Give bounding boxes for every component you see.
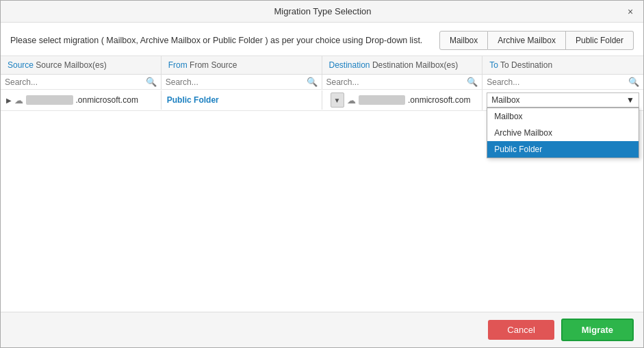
destination-search-cell: 🔍: [322, 75, 483, 89]
source-domain-suffix: .onmicrosoft.com: [76, 95, 138, 105]
to-destination-header: To To Destination: [482, 56, 643, 74]
destination-mailboxes-header: Destination Destination Mailbox(es): [322, 56, 483, 74]
dest-cloud-icon: ☁: [347, 95, 356, 105]
from-source-header: From From Source: [162, 56, 322, 74]
top-bar: Please select migration ( Mailbox, Archi…: [1, 23, 643, 56]
source-domain-blurred: ●●●●●●●: [26, 95, 73, 105]
migration-dialog: Migration Type Selection × Please select…: [0, 0, 644, 348]
from-source-search-icon[interactable]: 🔍: [307, 77, 318, 87]
to-destination-search-input[interactable]: [487, 77, 627, 87]
from-source-cell: Public Folder: [162, 90, 322, 110]
source-search-cell: 🔍: [1, 75, 162, 89]
cancel-button[interactable]: Cancel: [488, 320, 554, 340]
to-destination-search-icon[interactable]: 🔍: [628, 77, 639, 87]
search-row: 🔍 🔍 🔍 🔍: [1, 75, 643, 90]
mailbox-button[interactable]: Mailbox: [439, 31, 488, 50]
dropdown-item-public-folder[interactable]: Public Folder: [487, 141, 639, 158]
source-search-icon[interactable]: 🔍: [146, 77, 157, 87]
dest-domain-blurred: ●●●●●●●: [359, 95, 406, 105]
from-source-search-input[interactable]: [166, 77, 305, 87]
bottom-bar: Cancel Migrate: [1, 312, 643, 347]
close-button[interactable]: ×: [624, 5, 636, 18]
source-mailboxes-header: Source Source Mailbox(es): [1, 56, 162, 74]
select-arrow: ▼: [626, 95, 634, 105]
to-destination-dropdown-container: Mailbox ▼ Mailbox Archive Mailbox Public…: [487, 92, 639, 108]
destination-type-dropdown: Mailbox Archive Mailbox Public Folder: [487, 108, 639, 158]
table-header: Source Source Mailbox(es) From From Sour…: [1, 56, 643, 75]
instruction-label: Please select migration ( Mailbox, Archi…: [10, 36, 422, 45]
source-search-input[interactable]: [5, 77, 144, 87]
title-bar: Migration Type Selection ×: [1, 1, 643, 23]
destination-cell: ▼ ☁ ●●●●●●● .onmicrosoft.com: [322, 90, 483, 110]
public-folder-button[interactable]: Public Folder: [566, 31, 634, 50]
selected-option-label: Mailbox: [491, 95, 519, 105]
table-content: Source Source Mailbox(es) From From Sour…: [1, 56, 643, 312]
source-cell: ▶ ☁ ●●●●●●● .onmicrosoft.com: [1, 90, 162, 110]
from-source-value: Public Folder: [167, 95, 219, 105]
to-destination-cell: Mailbox ▼ Mailbox Archive Mailbox Public…: [482, 90, 643, 110]
dialog-title: Migration Type Selection: [21, 6, 624, 16]
destination-search-input[interactable]: [326, 77, 466, 87]
expand-icon[interactable]: ▶: [6, 97, 12, 104]
dest-domain-suffix: .onmicrosoft.com: [408, 95, 470, 105]
to-destination-select[interactable]: Mailbox ▼: [487, 92, 639, 108]
table-row: ▶ ☁ ●●●●●●● .onmicrosoft.com Public Fold…: [1, 90, 643, 111]
migrate-button[interactable]: Migrate: [561, 319, 634, 341]
dropdown-item-mailbox[interactable]: Mailbox: [487, 108, 639, 125]
archive-mailbox-button[interactable]: Archive Mailbox: [488, 31, 566, 50]
migration-type-buttons: Mailbox Archive Mailbox Public Folder: [439, 31, 634, 50]
cloud-icon: ☁: [14, 95, 23, 105]
to-destination-search-cell: 🔍: [482, 75, 643, 89]
dropdown-item-archive-mailbox[interactable]: Archive Mailbox: [487, 125, 639, 141]
from-source-search-cell: 🔍: [162, 75, 322, 89]
destination-search-icon[interactable]: 🔍: [467, 77, 478, 87]
dest-dropdown-icon[interactable]: ▼: [331, 92, 344, 108]
